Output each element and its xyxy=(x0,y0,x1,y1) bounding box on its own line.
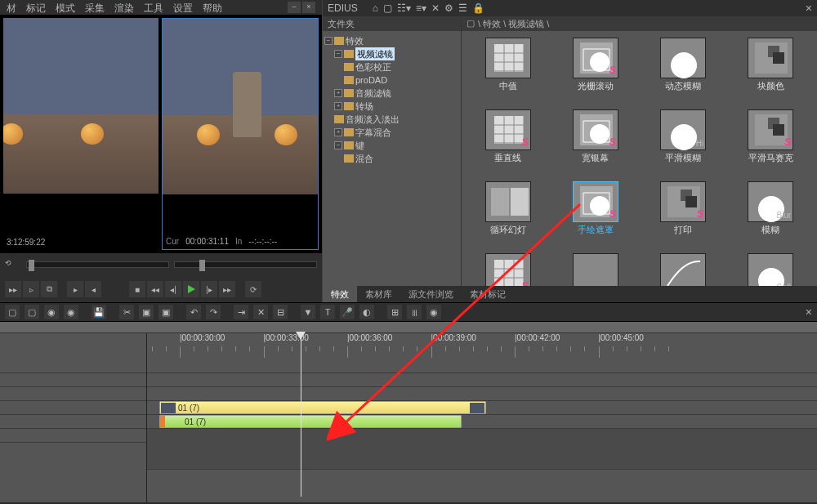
redo-icon[interactable]: ↷ xyxy=(206,305,221,319)
effect-thumb[interactable]: S平滑马赛克 xyxy=(731,109,810,176)
effect-thumb[interactable]: 中值 xyxy=(468,38,547,105)
effect-thumb[interactable]: 浮雕 xyxy=(556,253,635,286)
tree-transition[interactable]: 转场 xyxy=(355,100,373,113)
camera2-icon[interactable]: ◉ xyxy=(64,305,78,319)
record-monitor[interactable]: Cur 00:00:31:11 In --:--:--:-- xyxy=(162,18,319,250)
tree-key[interactable]: 键 xyxy=(355,139,364,152)
stop-icon[interactable]: ■ xyxy=(129,281,145,297)
tree-audio-filter[interactable]: 音频滤镜 xyxy=(355,87,391,100)
record-scrub[interactable] xyxy=(174,261,317,268)
effect-thumb[interactable]: Blur模糊 xyxy=(731,181,810,248)
title-icon[interactable]: T xyxy=(320,305,335,319)
effect-thumb[interactable]: 块颜色 xyxy=(731,38,810,105)
tree-color-correct[interactable]: 色彩校正 xyxy=(355,60,391,74)
list-icon[interactable]: ☰ xyxy=(458,2,467,14)
tree-prodad[interactable]: proDAD xyxy=(355,74,387,87)
mic-icon[interactable]: 🎤 xyxy=(340,305,355,319)
loop-play-icon[interactable]: ⟳ xyxy=(245,281,261,297)
effect-thumb[interactable]: S打印 xyxy=(644,181,723,248)
undo-icon[interactable]: ↶ xyxy=(186,305,201,319)
close-icon[interactable]: × xyxy=(302,2,315,13)
cut-icon[interactable]: ✂ xyxy=(119,305,134,319)
collapse-icon[interactable]: − xyxy=(324,37,333,45)
audio-clip[interactable]: 01 (7) xyxy=(159,415,462,428)
ffwd-icon[interactable]: ▸▸ xyxy=(219,281,235,297)
rewind-icon[interactable]: ◂◂ xyxy=(147,281,163,297)
scope-icon[interactable]: ◉ xyxy=(426,305,441,319)
props-icon[interactable]: ⚙ xyxy=(444,2,453,14)
timeline-ruler[interactable]: |00:00:30:00|00:00:33:00|00:00:36:00|00:… xyxy=(147,333,817,359)
source-scrub[interactable] xyxy=(26,261,169,268)
tab-markers[interactable]: 素材标记 xyxy=(462,286,514,302)
menu-item[interactable]: 设置 xyxy=(173,2,193,13)
tab-library[interactable]: 素材库 xyxy=(357,286,400,302)
expand-icon[interactable]: + xyxy=(334,102,342,110)
step-back-icon[interactable]: ◂| xyxy=(165,281,181,297)
ripple-icon[interactable]: ⇥ xyxy=(234,305,248,319)
insert-icon[interactable]: ⧉ xyxy=(41,281,57,297)
collapse-icon[interactable]: − xyxy=(334,50,342,58)
tree-title-mix[interactable]: 字幕混合 xyxy=(355,126,391,139)
prev-edit-icon[interactable]: ▸▸ xyxy=(5,281,21,297)
sort-icon[interactable]: ≡▾ xyxy=(416,2,426,14)
folder-up-icon[interactable]: ▢ xyxy=(383,2,392,14)
view-icon[interactable]: ☷▾ xyxy=(397,2,411,14)
menu-item[interactable]: 标记 xyxy=(26,2,46,13)
menu-item[interactable]: 帮助 xyxy=(203,2,222,13)
menu-item[interactable]: 材 xyxy=(7,2,16,13)
render-icon[interactable]: ◐ xyxy=(359,305,374,319)
preview-panel: 材 标记 模式 采集 渲染 工具 设置 帮助 – × 3:12:59:22 xyxy=(0,0,323,302)
track-area[interactable]: 01 (7) 01 (7) xyxy=(147,359,817,502)
menu-item[interactable]: 模式 xyxy=(56,2,75,13)
delete-gap-icon[interactable]: ⊟ xyxy=(273,305,288,319)
menu-item[interactable]: 采集 xyxy=(85,2,105,13)
effect-thumb[interactable]: Hi平滑模糊 xyxy=(644,109,723,176)
mixer-icon[interactable]: ⫼ xyxy=(407,305,422,319)
tab-effects[interactable]: 特效 xyxy=(323,286,357,302)
effect-thumb[interactable]: 循环幻灯 xyxy=(468,181,547,248)
mark-in-icon[interactable]: ▸ xyxy=(67,281,83,297)
sequence-header[interactable] xyxy=(0,322,817,333)
tree-video-filter[interactable]: 视频滤镜 xyxy=(355,47,395,60)
tree-root[interactable]: 特效 xyxy=(346,34,364,47)
effect-thumb[interactable]: S宽银幕 xyxy=(556,109,635,176)
new-seq-icon[interactable]: ▢ xyxy=(5,305,20,319)
effect-thumb[interactable]: S手绘遮罩 xyxy=(556,181,635,248)
effect-thumb[interactable]: S光栅滚动 xyxy=(556,38,635,105)
home-icon[interactable]: ⌂ xyxy=(373,2,378,14)
effect-thumb[interactable]: S垂直线 xyxy=(468,109,547,176)
tree-blend[interactable]: 混合 xyxy=(355,152,373,165)
effect-thumb[interactable]: 动态模糊 xyxy=(644,38,723,105)
play-icon[interactable] xyxy=(183,281,199,297)
source-monitor[interactable]: 3:12:59:22 xyxy=(3,18,158,250)
collapse-icon[interactable]: − xyxy=(334,141,342,149)
delete-icon[interactable]: ✕ xyxy=(431,2,440,14)
lock-icon[interactable]: 🔒 xyxy=(472,2,484,14)
settings-icon[interactable]: ⊞ xyxy=(387,305,402,319)
expand-icon[interactable]: + xyxy=(334,89,342,97)
open-icon[interactable]: ▢ xyxy=(25,305,39,319)
mark-out-icon[interactable]: ◂ xyxy=(85,281,101,297)
split-icon[interactable]: ✕ xyxy=(253,305,268,319)
tab-browse[interactable]: 源文件浏览 xyxy=(400,286,462,302)
loop-icon[interactable]: ⟲ xyxy=(5,259,21,270)
menu-item[interactable]: 工具 xyxy=(144,2,163,13)
next-edit-icon[interactable]: ▹ xyxy=(23,281,39,297)
effect-thumb[interactable]: S水平线 xyxy=(468,253,547,286)
effect-thumb[interactable]: 混合滤镜 xyxy=(644,253,723,286)
menu-item[interactable]: 渲染 xyxy=(114,2,134,13)
paste-icon[interactable]: ▣ xyxy=(158,305,173,319)
minimize-icon[interactable]: – xyxy=(288,2,301,13)
tree-audio-fade[interactable]: 音频淡入淡出 xyxy=(346,113,400,126)
camera-icon[interactable]: ◉ xyxy=(44,305,59,319)
close-icon[interactable]: × xyxy=(806,2,812,15)
marker-icon[interactable]: ▼ xyxy=(301,305,315,319)
effect-thumb[interactable]: Soft焦点柔化 xyxy=(731,253,810,286)
clip-edge-icon[interactable] xyxy=(160,416,165,427)
video-clip[interactable]: 01 (7) xyxy=(159,401,486,414)
expand-icon[interactable]: + xyxy=(334,128,342,136)
save-icon[interactable]: 💾 xyxy=(92,305,106,319)
step-fwd-icon[interactable]: |▸ xyxy=(201,281,217,297)
close-icon[interactable]: × xyxy=(806,306,812,319)
copy-icon[interactable]: ▣ xyxy=(139,305,154,319)
